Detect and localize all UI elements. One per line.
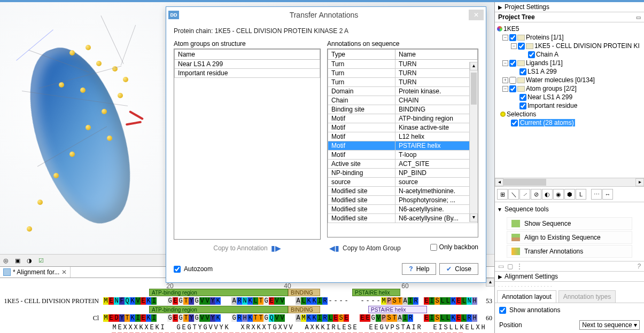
table-row[interactable]: Active siteACT_SITE bbox=[328, 160, 478, 169]
annotations-col-name[interactable]: Name bbox=[395, 50, 478, 60]
annotation-pstaire[interactable]: PSTAIRE helix bbox=[352, 289, 400, 296]
mini-icon-2[interactable]: ▢ bbox=[507, 263, 513, 270]
vp-tool-2[interactable]: ▣ bbox=[13, 256, 22, 265]
align-sequence-button[interactable]: Align to Existing Sequence bbox=[507, 231, 632, 244]
vp-tool-4[interactable]: ☑ bbox=[36, 256, 46, 265]
annotation-types-tab[interactable]: Annotation types bbox=[558, 290, 616, 303]
annotation-atp-binding[interactable]: ATP-binding region bbox=[149, 289, 288, 296]
table-row[interactable]: Modified sitePhosphotyrosine; ... bbox=[328, 196, 478, 205]
tree-water[interactable]: Water molecules [0/134] bbox=[526, 76, 595, 84]
vis-tool-2[interactable]: ＼ bbox=[508, 189, 519, 200]
table-row[interactable]: Important residue bbox=[175, 69, 320, 78]
vp-tool-1[interactable]: ◎ bbox=[1, 256, 11, 265]
tree-ag2[interactable]: Important residue bbox=[527, 102, 577, 109]
tree-checkbox[interactable] bbox=[518, 43, 525, 50]
vp-tool-3[interactable]: ◑ bbox=[25, 256, 34, 265]
tree-toggle[interactable]: + bbox=[502, 77, 508, 83]
tree-toggle[interactable]: − bbox=[502, 60, 508, 66]
table-row[interactable]: TurnTURN bbox=[328, 60, 478, 69]
close-icon[interactable]: ✕ bbox=[61, 268, 67, 276]
table-row[interactable]: TurnTURN bbox=[328, 78, 478, 87]
tree-ls1[interactable]: LS1 A 299 bbox=[527, 68, 557, 75]
scrollbar-thumb[interactable] bbox=[503, 179, 546, 186]
mini-icon-1[interactable]: ▭ bbox=[498, 263, 504, 270]
help-icon[interactable]: ? bbox=[637, 263, 641, 270]
tree-selections[interactable]: Selections bbox=[507, 110, 536, 118]
scroll-up-icon[interactable]: ▴ bbox=[470, 62, 478, 70]
scroll-down-icon[interactable]: ▾ bbox=[470, 213, 478, 222]
minimize-icon[interactable]: ▭ bbox=[636, 14, 641, 20]
tree-checkbox[interactable] bbox=[511, 120, 518, 126]
annotation-binding[interactable]: BINDING bbox=[288, 289, 320, 296]
vis-tool-4[interactable]: ⊘ bbox=[531, 189, 541, 200]
table-row[interactable]: Binding siteBINDING bbox=[328, 105, 478, 114]
vis-tool-8[interactable]: L bbox=[576, 189, 586, 200]
table-row[interactable]: DomainProtein kinase. bbox=[328, 87, 478, 96]
project-tree-panel-head[interactable]: Project Tree ▭ bbox=[495, 12, 644, 22]
tree-checkbox[interactable] bbox=[509, 34, 516, 41]
table-row[interactable]: Modified siteN6-acetyllysine. bbox=[328, 205, 478, 214]
project-tree[interactable]: 1KE5 −Proteins [1/1] −1KE5 - CELL DIVISI… bbox=[495, 22, 644, 178]
table-row[interactable]: MotifKinase active-site bbox=[328, 123, 478, 132]
table-row[interactable]: MotifL12 helix bbox=[328, 132, 478, 141]
autozoom-checkbox[interactable] bbox=[174, 266, 181, 273]
tree-toggle[interactable]: − bbox=[511, 43, 517, 49]
tree-checkbox[interactable] bbox=[509, 77, 516, 84]
alignment-settings-head[interactable]: ▶ Alignment Settings bbox=[495, 272, 644, 282]
table-row[interactable]: sourcesource bbox=[328, 178, 478, 187]
tree-checkbox[interactable] bbox=[528, 51, 535, 58]
dialog-titlebar[interactable]: DD Transfer Annotations ✕ bbox=[166, 7, 486, 23]
alignment-panel[interactable]: ▴ 20 40 60 ATP-binding region BINDING PS… bbox=[0, 278, 494, 333]
project-settings-panel-head[interactable]: ▶ Project Settings bbox=[495, 2, 644, 12]
table-row[interactable]: ChainCHAIN bbox=[328, 96, 478, 105]
tree-checkbox[interactable] bbox=[519, 102, 526, 109]
table-row[interactable]: MotifATP-binding region bbox=[328, 114, 478, 123]
annotation-pstaire-2[interactable]: PSTAIRE helix bbox=[368, 306, 427, 313]
table-row[interactable]: Modified siteN6-acetyllysine (By... bbox=[328, 214, 478, 223]
tab-alignment[interactable]: * Alignment for... ✕ bbox=[0, 267, 71, 278]
annotation-layout-tab[interactable]: Annotation layout bbox=[497, 290, 556, 303]
tree-chain-a[interactable]: Chain A bbox=[536, 51, 558, 58]
sequence-row-consensus[interactable]: MEXXXKXEKI GEGTYGVVYK XRXKXTGXVV AXKKIRL… bbox=[2, 323, 492, 332]
show-sequence-button[interactable]: Show Sequence bbox=[507, 217, 632, 230]
tree-checkbox[interactable] bbox=[519, 68, 526, 75]
vis-tool-1[interactable]: ⊞ bbox=[497, 189, 508, 200]
vis-tool-5[interactable]: ◐ bbox=[542, 189, 553, 200]
scroll-left-icon[interactable]: ◂ bbox=[495, 178, 503, 186]
scroll-right-icon[interactable]: ▸ bbox=[635, 178, 644, 186]
table-row[interactable]: TurnTURN bbox=[328, 69, 478, 78]
vis-tool-7[interactable]: ⬢ bbox=[564, 189, 575, 200]
tree-checkbox[interactable] bbox=[509, 60, 516, 67]
copy-to-annotation-button[interactable]: Copy to Annotation ▮▶ bbox=[174, 242, 321, 255]
mini-icon-3[interactable]: ⋮ bbox=[516, 263, 523, 270]
tree-toggle[interactable]: − bbox=[502, 86, 508, 92]
copy-to-atom-group-button[interactable]: ◀▮ Copy to Atom Group bbox=[327, 242, 428, 255]
vis-tool-6[interactable]: ◉ bbox=[553, 189, 564, 200]
atom-groups-table[interactable]: Name Near LS1 A 299Important residue bbox=[174, 49, 321, 240]
table-row[interactable]: Modified siteN-acetylmethionine. bbox=[328, 187, 478, 196]
table-row[interactable]: NP-bindingNP_BIND bbox=[328, 169, 478, 178]
annotations-col-type[interactable]: Type bbox=[328, 50, 395, 60]
scrollbar-thumb[interactable] bbox=[471, 73, 477, 105]
annotations-scrollbar[interactable]: ▴ ▾ bbox=[469, 62, 478, 222]
tree-checkbox[interactable] bbox=[509, 85, 516, 92]
annotation-binding-2[interactable]: BINDING bbox=[288, 306, 320, 313]
close-button[interactable]: ✔Close bbox=[439, 263, 478, 275]
annotation-atp-binding-2[interactable]: ATP-binding region bbox=[149, 306, 288, 313]
tree-toggle[interactable]: − bbox=[502, 35, 508, 41]
dialog-close-button[interactable]: ✕ bbox=[469, 10, 484, 20]
table-row[interactable]: Near LS1 A 299 bbox=[175, 60, 320, 69]
show-annotations-checkbox[interactable] bbox=[499, 307, 506, 314]
table-row[interactable]: MotifPSTAIRE helix bbox=[328, 141, 478, 150]
tree-atom-groups[interactable]: Atom groups [2/2] bbox=[526, 85, 577, 92]
tree-current-selection[interactable]: Current (28 atoms) bbox=[519, 119, 575, 126]
tree-hscroll[interactable]: ◂▸ bbox=[495, 178, 644, 186]
annotations-table[interactable]: Type Name TurnTURNTurnTURNTurnTURNDomain… bbox=[327, 49, 478, 237]
sequence-row-1[interactable]: 1KE5 - CELL DIVISION PROTEIN MENFQKVEKI … bbox=[2, 296, 492, 306]
tree-ligands[interactable]: Ligands [1/1] bbox=[526, 59, 563, 67]
tree-proteins[interactable]: Proteins [1/1] bbox=[526, 34, 564, 41]
atom-groups-col-name[interactable]: Name bbox=[175, 50, 320, 60]
tree-root[interactable]: 1KE5 bbox=[503, 25, 519, 33]
vis-tool-9[interactable]: ⋯ bbox=[591, 189, 602, 200]
tree-ag1[interactable]: Near LS1 A 299 bbox=[527, 93, 572, 101]
